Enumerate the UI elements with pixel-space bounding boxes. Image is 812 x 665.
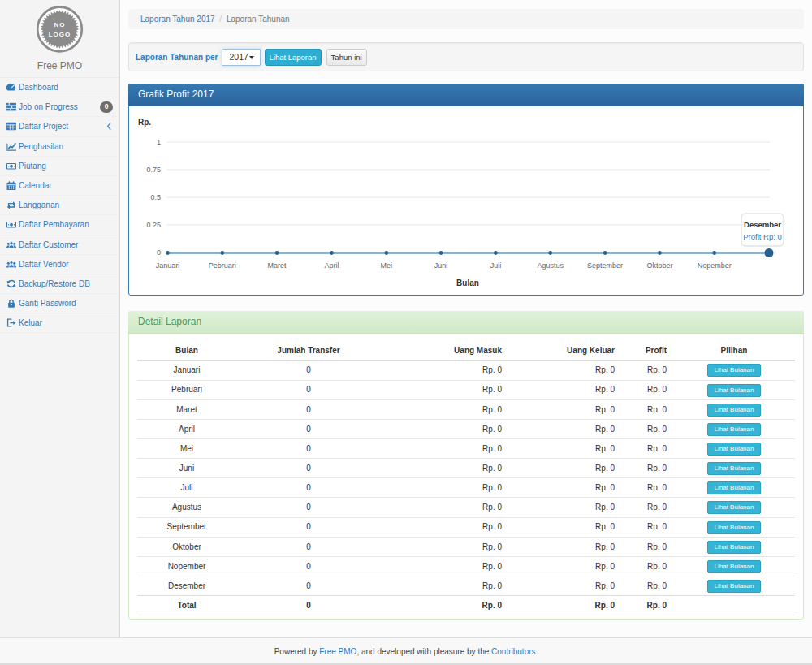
svg-text:0.25: 0.25: [146, 221, 161, 229]
svg-text:1: 1: [157, 138, 161, 146]
svg-text:0.75: 0.75: [146, 166, 161, 174]
svg-text:Januari: Januari: [156, 261, 180, 270]
svg-text:Juni: Juni: [434, 261, 448, 270]
svg-text:LOGO: LOGO: [49, 31, 71, 38]
svg-text:Mei: Mei: [381, 261, 393, 270]
svg-text:Oktober: Oktober: [646, 261, 672, 270]
svg-text:Rp.: Rp.: [138, 118, 151, 127]
svg-text:September: September: [587, 261, 623, 270]
svg-text:Pebruari: Pebruari: [209, 261, 236, 270]
svg-text:0.5: 0.5: [150, 193, 161, 201]
svg-text:Desember: Desember: [744, 220, 781, 229]
svg-text:NO: NO: [54, 21, 66, 28]
svg-text:April: April: [324, 261, 339, 270]
svg-text:Nopember: Nopember: [698, 261, 732, 270]
svg-text:Agustus: Agustus: [537, 261, 564, 270]
svg-text:Bulan: Bulan: [456, 279, 479, 287]
svg-text:Maret: Maret: [268, 261, 287, 270]
svg-text:0: 0: [157, 248, 161, 257]
svg-text:Juli: Juli: [490, 261, 502, 270]
svg-text:Profit Rp: 0: Profit Rp: 0: [743, 232, 782, 241]
